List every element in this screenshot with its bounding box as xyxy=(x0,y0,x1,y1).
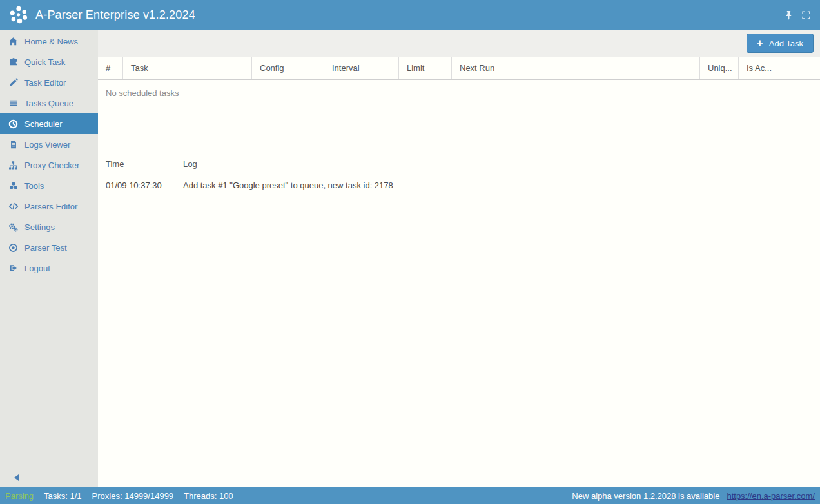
sidebar-item-label: Proxy Checker xyxy=(24,160,79,170)
sitemap-icon xyxy=(8,160,19,170)
sidebar-item-logout[interactable]: Logout xyxy=(0,258,98,278)
sidebar-item-label: Scheduler xyxy=(24,119,63,129)
log-table-row[interactable]: 01/09 10:37:30Add task #1 "Google preset… xyxy=(98,175,820,195)
update-message: New alpha version 1.2.2028 is available xyxy=(572,491,719,501)
gears-icon xyxy=(8,222,19,232)
pin-icon[interactable] xyxy=(784,10,794,20)
add-task-label: Add Task xyxy=(769,39,803,48)
home-icon xyxy=(8,37,19,46)
sidebar-item-task-editor[interactable]: Task Editor xyxy=(0,72,98,93)
sidebar-item-label: Quick Task xyxy=(24,57,65,67)
collapse-left-icon[interactable] xyxy=(14,474,19,481)
sidebar-item-tools[interactable]: Tools xyxy=(0,175,98,196)
bullseye-icon xyxy=(8,243,19,253)
sidebar-item-label: Tools xyxy=(24,181,44,191)
status-tasks: Tasks: 1/1 xyxy=(44,491,82,501)
app-header: A-Parser Enterprise v1.2.2024 xyxy=(0,0,820,30)
column-header-is-ac[interactable]: Is Ac... xyxy=(738,57,779,79)
sidebar-item-label: Settings xyxy=(24,222,55,232)
add-task-button[interactable]: + Add Task xyxy=(747,34,814,53)
sidebar-item-proxy-checker[interactable]: Proxy Checker xyxy=(0,155,98,175)
log-table-header: TimeLog xyxy=(98,153,820,175)
sidebar-item-label: Task Editor xyxy=(24,78,66,88)
column-header-uniq[interactable]: Uniq... xyxy=(699,57,738,79)
code-icon xyxy=(8,201,19,211)
scheduled-tasks-table-header: #TaskConfigIntervalLimitNext RunUniq...I… xyxy=(98,57,820,80)
column-header-limit[interactable]: Limit xyxy=(398,57,451,79)
sidebar-item-label: Home & News xyxy=(24,37,78,46)
pencil-icon xyxy=(8,78,19,87)
clock-icon xyxy=(8,119,19,129)
sidebar-item-tasks-queue[interactable]: Tasks Queue xyxy=(0,93,98,113)
fullscreen-icon[interactable] xyxy=(801,10,811,20)
column-header-[interactable]: # xyxy=(98,57,122,79)
sidebar-item-quick-task[interactable]: Quick Task xyxy=(0,52,98,72)
puzzle-icon xyxy=(8,57,19,66)
column-header-task[interactable]: Task xyxy=(122,57,251,79)
logout-icon xyxy=(8,264,19,273)
app-title: A-Parser Enterprise v1.2.2024 xyxy=(35,8,195,22)
column-header-spacer xyxy=(779,57,820,79)
update-link[interactable]: https://en.a-parser.com/ xyxy=(727,491,815,501)
sidebar-item-logs-viewer[interactable]: Logs Viewer xyxy=(0,134,98,155)
sidebar-item-label: Logout xyxy=(24,264,50,273)
cubes-icon xyxy=(8,181,19,190)
sidebar-item-label: Tasks Queue xyxy=(24,99,73,108)
sidebar-item-label: Parsers Editor xyxy=(24,202,77,211)
column-header-time[interactable]: Time xyxy=(98,153,175,175)
plus-icon: + xyxy=(757,37,763,48)
column-header-log[interactable]: Log xyxy=(175,153,820,175)
scheduler-toolbar: + Add Task xyxy=(98,30,820,57)
sidebar-item-parsers-editor[interactable]: Parsers Editor xyxy=(0,196,98,217)
status-state: Parsing xyxy=(5,491,34,501)
a-parser-logo-icon xyxy=(9,5,28,24)
status-bar: Parsing Tasks: 1/1 Proxies: 14999/14999 … xyxy=(0,487,820,504)
status-proxies: Proxies: 14999/14999 xyxy=(92,491,173,501)
file-icon xyxy=(8,140,19,149)
column-header-config[interactable]: Config xyxy=(251,57,324,79)
sidebar-item-scheduler[interactable]: Scheduler xyxy=(0,113,98,134)
sidebar: Home & NewsQuick TaskTask EditorTasks Qu… xyxy=(0,30,98,487)
sidebar-item-label: Parser Test xyxy=(24,243,67,253)
sidebar-item-label: Logs Viewer xyxy=(24,140,70,150)
status-threads: Threads: 100 xyxy=(184,491,233,501)
scheduled-tasks-empty-message: No scheduled tasks xyxy=(98,80,820,153)
log-message-cell: Add task #1 "Google preset" to queue, ne… xyxy=(175,180,820,190)
sidebar-item-home-news[interactable]: Home & News xyxy=(0,31,98,52)
column-header-next-run[interactable]: Next Run xyxy=(451,57,699,79)
scheduler-page: + Add Task #TaskConfigIntervalLimitNext … xyxy=(98,30,820,487)
column-header-interval[interactable]: Interval xyxy=(324,57,398,79)
list-icon xyxy=(8,99,19,108)
sidebar-item-settings[interactable]: Settings xyxy=(0,217,98,237)
app-window: A-Parser Enterprise v1.2.2024 Home & New… xyxy=(0,0,820,504)
log-time-cell: 01/09 10:37:30 xyxy=(98,180,175,190)
log-table-body: 01/09 10:37:30Add task #1 "Google preset… xyxy=(98,175,820,195)
sidebar-item-parser-test[interactable]: Parser Test xyxy=(0,237,98,258)
